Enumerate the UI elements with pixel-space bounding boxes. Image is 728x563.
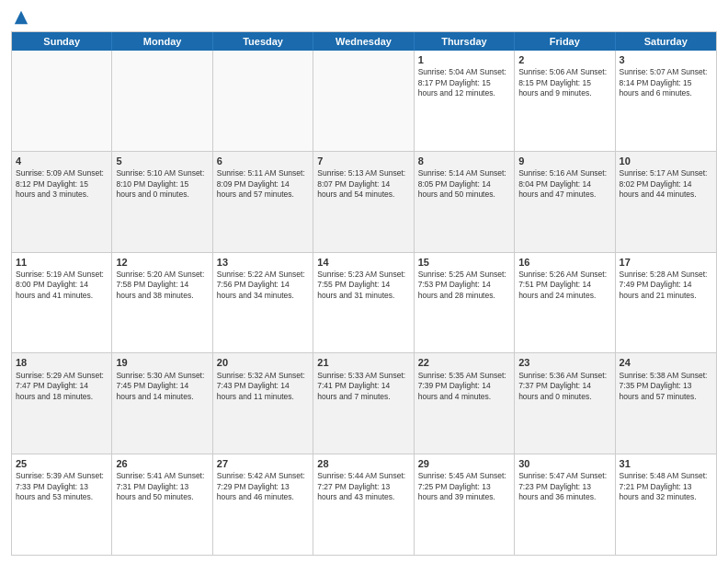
cell-info: Sunrise: 5:16 AM Sunset: 8:04 PM Dayligh… — [518, 168, 610, 200]
weekday-header: Thursday — [415, 32, 515, 51]
calendar-cell: 30Sunrise: 5:47 AM Sunset: 7:23 PM Dayli… — [515, 454, 615, 555]
calendar: SundayMondayTuesdayWednesdayThursdayFrid… — [11, 31, 717, 556]
day-number: 31 — [620, 457, 712, 470]
cell-info: Sunrise: 5:28 AM Sunset: 7:49 PM Dayligh… — [620, 270, 712, 301]
cell-info: Sunrise: 5:19 AM Sunset: 8:00 PM Dayligh… — [16, 270, 108, 301]
weekday-header: Friday — [515, 32, 615, 51]
cell-info: Sunrise: 5:30 AM Sunset: 7:45 PM Dayligh… — [116, 371, 208, 402]
day-number: 29 — [418, 457, 510, 470]
cell-info: Sunrise: 5:07 AM Sunset: 8:14 PM Dayligh… — [620, 67, 712, 98]
calendar-cell: 5Sunrise: 5:10 AM Sunset: 8:10 PM Daylig… — [112, 152, 212, 252]
cell-info: Sunrise: 5:42 AM Sunset: 7:29 PM Dayligh… — [217, 471, 309, 502]
calendar-cell: 29Sunrise: 5:45 AM Sunset: 7:25 PM Dayli… — [415, 454, 515, 555]
calendar-row: 11Sunrise: 5:19 AM Sunset: 8:00 PM Dayli… — [12, 253, 716, 354]
cell-info: Sunrise: 5:04 AM Sunset: 8:17 PM Dayligh… — [418, 67, 510, 98]
cell-info: Sunrise: 5:45 AM Sunset: 7:25 PM Dayligh… — [418, 471, 510, 502]
calendar-cell: 15Sunrise: 5:25 AM Sunset: 7:53 PM Dayli… — [415, 253, 515, 353]
calendar-row: 1Sunrise: 5:04 AM Sunset: 8:17 PM Daylig… — [12, 51, 716, 152]
calendar-cell: 31Sunrise: 5:48 AM Sunset: 7:21 PM Dayli… — [616, 454, 716, 555]
calendar-cell: 23Sunrise: 5:36 AM Sunset: 7:37 PM Dayli… — [515, 353, 615, 454]
calendar-cell: 22Sunrise: 5:35 AM Sunset: 7:39 PM Dayli… — [415, 353, 515, 454]
day-number: 24 — [620, 356, 712, 369]
cell-info: Sunrise: 5:14 AM Sunset: 8:05 PM Dayligh… — [418, 168, 510, 200]
calendar-cell: 4Sunrise: 5:09 AM Sunset: 8:12 PM Daylig… — [12, 152, 112, 252]
calendar-cell: 27Sunrise: 5:42 AM Sunset: 7:29 PM Dayli… — [213, 454, 313, 555]
day-number: 14 — [317, 256, 409, 269]
header — [11, 9, 717, 26]
calendar-cell: 2Sunrise: 5:06 AM Sunset: 8:15 PM Daylig… — [515, 51, 615, 151]
day-number: 1 — [418, 53, 510, 66]
calendar-cell — [12, 51, 112, 151]
cell-info: Sunrise: 5:09 AM Sunset: 8:12 PM Dayligh… — [16, 168, 108, 200]
calendar-cell: 11Sunrise: 5:19 AM Sunset: 8:00 PM Dayli… — [12, 253, 112, 353]
calendar-cell: 3Sunrise: 5:07 AM Sunset: 8:14 PM Daylig… — [616, 51, 716, 151]
weekday-header: Monday — [112, 32, 212, 51]
page-container: SundayMondayTuesdayWednesdayThursdayFrid… — [0, 0, 728, 563]
calendar-cell: 21Sunrise: 5:33 AM Sunset: 7:41 PM Dayli… — [313, 353, 414, 454]
cell-info: Sunrise: 5:44 AM Sunset: 7:27 PM Dayligh… — [317, 471, 409, 502]
cell-info: Sunrise: 5:48 AM Sunset: 7:21 PM Dayligh… — [620, 471, 712, 502]
calendar-body: 1Sunrise: 5:04 AM Sunset: 8:17 PM Daylig… — [12, 51, 716, 555]
calendar-cell: 28Sunrise: 5:44 AM Sunset: 7:27 PM Dayli… — [313, 454, 414, 555]
calendar-cell — [112, 51, 212, 151]
calendar-cell: 14Sunrise: 5:23 AM Sunset: 7:55 PM Dayli… — [313, 253, 414, 353]
cell-info: Sunrise: 5:39 AM Sunset: 7:33 PM Dayligh… — [16, 471, 108, 502]
calendar-cell: 1Sunrise: 5:04 AM Sunset: 8:17 PM Daylig… — [415, 51, 515, 151]
calendar-cell: 13Sunrise: 5:22 AM Sunset: 7:56 PM Dayli… — [213, 253, 313, 353]
day-number: 23 — [518, 356, 610, 369]
day-number: 11 — [16, 256, 108, 269]
calendar-cell: 10Sunrise: 5:17 AM Sunset: 8:02 PM Dayli… — [616, 152, 716, 252]
day-number: 27 — [217, 457, 309, 470]
day-number: 18 — [16, 356, 108, 369]
cell-info: Sunrise: 5:17 AM Sunset: 8:02 PM Dayligh… — [620, 168, 712, 200]
cell-info: Sunrise: 5:06 AM Sunset: 8:15 PM Dayligh… — [518, 67, 610, 98]
cell-info: Sunrise: 5:33 AM Sunset: 7:41 PM Dayligh… — [317, 371, 409, 402]
calendar-cell: 18Sunrise: 5:29 AM Sunset: 7:47 PM Dayli… — [12, 353, 112, 454]
calendar-cell: 19Sunrise: 5:30 AM Sunset: 7:45 PM Dayli… — [112, 353, 212, 454]
calendar-cell — [213, 51, 313, 151]
cell-info: Sunrise: 5:47 AM Sunset: 7:23 PM Dayligh… — [518, 471, 610, 502]
calendar-cell: 24Sunrise: 5:38 AM Sunset: 7:35 PM Dayli… — [616, 353, 716, 454]
cell-info: Sunrise: 5:10 AM Sunset: 8:10 PM Dayligh… — [116, 168, 208, 200]
calendar-cell — [313, 51, 414, 151]
cell-info: Sunrise: 5:35 AM Sunset: 7:39 PM Dayligh… — [418, 371, 510, 402]
day-number: 10 — [620, 155, 712, 167]
calendar-cell: 17Sunrise: 5:28 AM Sunset: 7:49 PM Dayli… — [616, 253, 716, 353]
cell-info: Sunrise: 5:38 AM Sunset: 7:35 PM Dayligh… — [620, 371, 712, 402]
weekday-header: Wednesday — [313, 32, 414, 51]
day-number: 4 — [16, 155, 108, 167]
cell-info: Sunrise: 5:11 AM Sunset: 8:09 PM Dayligh… — [217, 168, 309, 200]
calendar-row: 4Sunrise: 5:09 AM Sunset: 8:12 PM Daylig… — [12, 152, 716, 253]
calendar-cell: 16Sunrise: 5:26 AM Sunset: 7:51 PM Dayli… — [515, 253, 615, 353]
cell-info: Sunrise: 5:29 AM Sunset: 7:47 PM Dayligh… — [16, 371, 108, 402]
day-number: 5 — [116, 155, 208, 167]
day-number: 7 — [317, 155, 409, 167]
day-number: 15 — [418, 256, 510, 269]
logo-icon — [13, 9, 29, 26]
cell-info: Sunrise: 5:36 AM Sunset: 7:37 PM Dayligh… — [518, 371, 610, 402]
cell-info: Sunrise: 5:32 AM Sunset: 7:43 PM Dayligh… — [217, 371, 309, 402]
day-number: 6 — [217, 155, 309, 167]
day-number: 16 — [518, 256, 610, 269]
day-number: 3 — [620, 53, 712, 66]
cell-info: Sunrise: 5:25 AM Sunset: 7:53 PM Dayligh… — [418, 270, 510, 301]
calendar-cell: 6Sunrise: 5:11 AM Sunset: 8:09 PM Daylig… — [213, 152, 313, 252]
calendar-cell: 8Sunrise: 5:14 AM Sunset: 8:05 PM Daylig… — [415, 152, 515, 252]
day-number: 12 — [116, 256, 208, 269]
calendar-header: SundayMondayTuesdayWednesdayThursdayFrid… — [12, 32, 716, 51]
day-number: 25 — [16, 457, 108, 470]
cell-info: Sunrise: 5:20 AM Sunset: 7:58 PM Dayligh… — [116, 270, 208, 301]
calendar-row: 25Sunrise: 5:39 AM Sunset: 7:33 PM Dayli… — [12, 454, 716, 555]
cell-info: Sunrise: 5:22 AM Sunset: 7:56 PM Dayligh… — [217, 270, 309, 301]
weekday-header: Saturday — [616, 32, 716, 51]
day-number: 28 — [317, 457, 409, 470]
calendar-row: 18Sunrise: 5:29 AM Sunset: 7:47 PM Dayli… — [12, 353, 716, 454]
calendar-cell: 7Sunrise: 5:13 AM Sunset: 8:07 PM Daylig… — [313, 152, 414, 252]
calendar-cell: 12Sunrise: 5:20 AM Sunset: 7:58 PM Dayli… — [112, 253, 212, 353]
day-number: 19 — [116, 356, 208, 369]
day-number: 13 — [217, 256, 309, 269]
cell-info: Sunrise: 5:41 AM Sunset: 7:31 PM Dayligh… — [116, 471, 208, 502]
day-number: 9 — [518, 155, 610, 167]
cell-info: Sunrise: 5:23 AM Sunset: 7:55 PM Dayligh… — [317, 270, 409, 301]
weekday-header: Sunday — [12, 32, 112, 51]
